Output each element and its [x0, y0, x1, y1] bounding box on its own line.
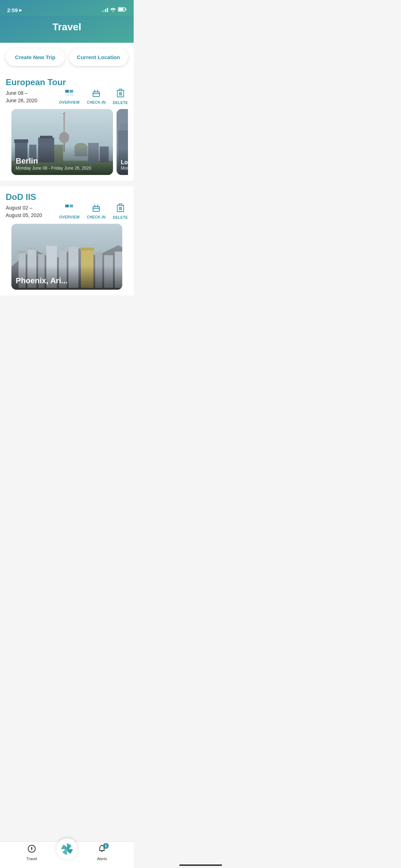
delete-label: DELETE — [113, 101, 128, 105]
trip-actions-european-tour: OVERVIEW CHECK-IN — [59, 89, 128, 105]
trip-section-european-tour: European Tour June 08 – June 26, 2020 OV… — [0, 72, 134, 181]
city-cards-european-tour: Berlin Monday June 08 - Friday June 26, … — [6, 109, 128, 181]
location-arrow-icon: ▶ — [19, 8, 22, 12]
checkin-button-european-tour[interactable]: CHECK-IN — [87, 89, 106, 104]
svg-rect-74 — [50, 249, 51, 250]
svg-rect-73 — [47, 249, 48, 250]
svg-rect-54 — [27, 247, 37, 250]
svg-rect-45 — [119, 204, 122, 205]
battery-icon — [118, 7, 127, 13]
city-cards-dod-iis: Phoenix, Ari... — [6, 224, 128, 295]
city-card-overlay-berlin: Berlin Monday June 08 - Friday June 26, … — [11, 146, 113, 175]
svg-rect-3 — [65, 90, 69, 93]
svg-rect-72 — [52, 246, 53, 247]
trip-dates-dod-iis: August 02 – August 05, 2020 — [6, 204, 42, 219]
city-dates-berlin: Monday June 08 - Friday June 26, 2020 — [16, 166, 109, 171]
svg-rect-66 — [29, 250, 30, 252]
delete-icon — [117, 89, 124, 99]
svg-rect-21 — [40, 136, 52, 139]
current-location-button[interactable]: Current Location — [69, 48, 128, 66]
city-name-london: Lo — [121, 159, 128, 166]
svg-rect-37 — [65, 205, 69, 207]
signal-strength-icon — [102, 8, 108, 12]
svg-rect-36 — [120, 123, 128, 130]
city-card-london[interactable]: Lo Mon — [117, 109, 128, 175]
trip-header-row-dod-iis: August 02 – August 05, 2020 OVERVIEW — [6, 203, 128, 219]
delete-label-dod: DELETE — [113, 216, 128, 219]
overview-button-european-tour[interactable]: OVERVIEW — [59, 89, 80, 104]
trip-dates-european-tour: June 08 – June 26, 2020 — [6, 89, 37, 104]
status-time: 2:59 ▶ — [7, 7, 22, 13]
checkin-icon-dod — [92, 204, 100, 214]
city-card-phoenix[interactable]: Phoenix, Ari... — [11, 224, 122, 290]
svg-rect-39 — [93, 207, 99, 211]
svg-rect-57 — [46, 243, 58, 246]
svg-rect-69 — [31, 253, 32, 254]
overview-icon — [65, 89, 74, 99]
city-name-berlin: Berlin — [16, 156, 109, 166]
svg-rect-61 — [80, 248, 94, 250]
delete-button-dod-iis[interactable]: DELETE — [113, 203, 128, 219]
delete-icon-dod — [117, 203, 124, 214]
city-dates-london: Mon — [121, 166, 128, 171]
overview-label-dod: OVERVIEW — [59, 215, 80, 219]
wifi-icon — [110, 7, 116, 13]
city-name-phoenix: Phoenix, Ari... — [16, 276, 118, 285]
overview-icon-dod — [65, 204, 74, 214]
header: Travel — [0, 16, 134, 43]
trip-actions-dod-iis: OVERVIEW CHECK-IN — [59, 203, 128, 219]
checkin-icon — [92, 89, 100, 99]
city-card-overlay-london: Lo Mon — [117, 149, 128, 175]
checkin-button-dod-iis[interactable]: CHECK-IN — [87, 204, 106, 219]
checkin-label-dod: CHECK-IN — [87, 215, 106, 219]
city-card-overlay-phoenix: Phoenix, Ari... — [11, 265, 122, 290]
svg-rect-2 — [125, 9, 127, 10]
svg-rect-67 — [31, 250, 32, 252]
overview-label: OVERVIEW — [59, 100, 80, 104]
content-wrapper: European Tour June 08 – June 26, 2020 OV… — [0, 72, 134, 324]
svg-rect-11 — [119, 89, 122, 91]
svg-rect-4 — [70, 90, 73, 93]
svg-rect-68 — [29, 253, 30, 254]
status-icons — [102, 7, 127, 13]
create-new-trip-button[interactable]: Create New Trip — [6, 48, 65, 66]
trip-title-european-tour: European Tour — [6, 77, 128, 87]
svg-rect-1 — [119, 8, 124, 11]
overview-button-dod-iis[interactable]: OVERVIEW — [59, 204, 80, 219]
svg-rect-71 — [50, 246, 51, 247]
status-bar: 2:59 ▶ — [0, 0, 134, 16]
svg-rect-70 — [47, 246, 48, 247]
page-title: Travel — [7, 21, 127, 33]
svg-rect-18 — [14, 139, 28, 143]
action-buttons-row: Create New Trip Current Location — [0, 43, 134, 72]
delete-button-european-tour[interactable]: DELETE — [113, 89, 128, 105]
svg-rect-52 — [18, 250, 26, 253]
city-card-berlin[interactable]: Berlin Monday June 08 - Friday June 26, … — [11, 109, 113, 175]
checkin-label: CHECK-IN — [87, 100, 106, 104]
trip-section-dod-iis: DoD IIS August 02 – August 05, 2020 OVER… — [0, 184, 134, 295]
svg-rect-38 — [70, 205, 73, 207]
svg-rect-5 — [93, 92, 99, 97]
trip-title-dod-iis: DoD IIS — [6, 192, 128, 202]
trip-header-row-european-tour: June 08 – June 26, 2020 OVERVIEW — [6, 89, 128, 105]
